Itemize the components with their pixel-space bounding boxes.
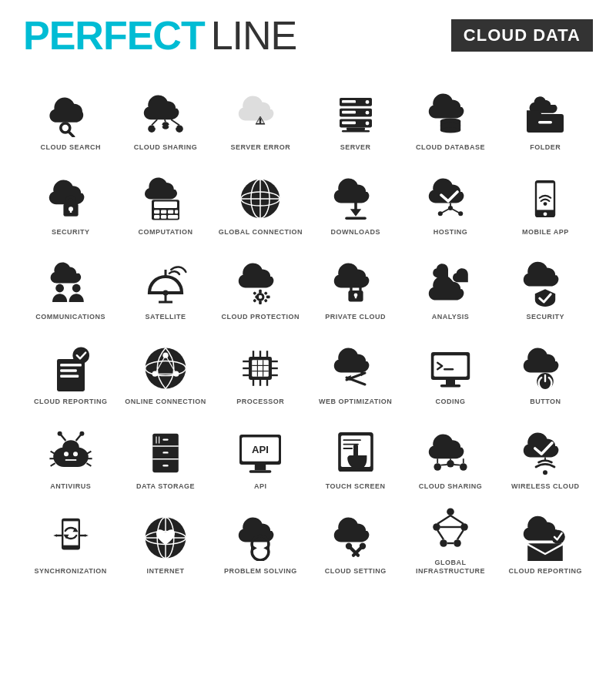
svg-point-166 bbox=[69, 551, 72, 555]
svg-rect-83 bbox=[60, 370, 77, 373]
svg-rect-20 bbox=[342, 100, 356, 103]
satellite-icon bbox=[142, 260, 189, 307]
svg-rect-35 bbox=[154, 202, 177, 208]
internet-label: INTERNET bbox=[146, 567, 184, 576]
problem-solving-icon bbox=[237, 515, 283, 561]
cloud-sharing-icon bbox=[142, 91, 189, 137]
svg-point-186 bbox=[460, 523, 468, 531]
touch-screen-label: TOUCH SCREEN bbox=[326, 482, 386, 492]
internet-icon bbox=[142, 515, 189, 561]
icon-cell-cloud-database: CLOUD DATABASE bbox=[403, 74, 497, 159]
icon-cell-data-storage: DATA STORAGE bbox=[118, 413, 213, 498]
svg-line-158 bbox=[454, 465, 460, 465]
svg-rect-119 bbox=[446, 380, 455, 384]
svg-point-85 bbox=[72, 348, 89, 364]
svg-point-2 bbox=[148, 126, 156, 133]
svg-rect-40 bbox=[154, 215, 159, 219]
cloud-setting-label: CLOUD SETTING bbox=[325, 567, 387, 576]
icon-cell-cloud-sharing2: CLOUD SHARING bbox=[403, 413, 497, 498]
svg-point-182 bbox=[345, 543, 351, 549]
icon-cell-cloud-search: CLOUD SEARCH bbox=[23, 74, 118, 159]
icon-cell-hosting: HOSTING bbox=[403, 159, 497, 243]
header-perfect: PERFECT bbox=[23, 15, 205, 55]
svg-rect-148 bbox=[249, 471, 272, 474]
processor-icon bbox=[237, 345, 283, 391]
svg-rect-12 bbox=[259, 119, 261, 122]
icon-cell-coding: CODING bbox=[403, 328, 497, 413]
antivirus-label: ANTIVIRUS bbox=[50, 482, 91, 492]
svg-line-129 bbox=[50, 464, 55, 467]
svg-rect-165 bbox=[63, 522, 78, 546]
icon-cell-computation: COMPUTATION bbox=[118, 159, 213, 243]
cloud-sharing2-icon bbox=[427, 430, 474, 476]
global-connection-label: GLOBAL CONNECTION bbox=[219, 228, 303, 237]
cloud-search-icon bbox=[48, 91, 94, 137]
svg-rect-41 bbox=[161, 215, 166, 219]
page: PERFECT LINE CLOUD DATA CLOUD SEARCH bbox=[0, 0, 616, 590]
svg-rect-38 bbox=[168, 210, 173, 214]
analysis-label: ANALYSIS bbox=[432, 313, 470, 322]
icon-cell-server: SERVER bbox=[308, 74, 403, 159]
hosting-icon bbox=[427, 176, 474, 222]
svg-point-188 bbox=[454, 539, 461, 547]
hosting-label: HOSTING bbox=[434, 228, 468, 237]
svg-point-59 bbox=[544, 213, 547, 217]
svg-point-183 bbox=[359, 543, 365, 549]
cloud-reporting-label: CLOUD REPORTING bbox=[34, 398, 108, 407]
svg-point-29 bbox=[440, 128, 460, 133]
wireless-cloud-icon bbox=[522, 430, 568, 476]
computation-icon bbox=[142, 176, 189, 222]
cloud-reporting-icon bbox=[48, 345, 94, 391]
svg-point-184 bbox=[447, 508, 454, 515]
svg-rect-30 bbox=[538, 121, 552, 124]
icon-cell-global-connection: GLOBAL CONNECTION bbox=[213, 159, 308, 243]
online-connection-icon bbox=[142, 345, 189, 391]
icon-cell-online-connection: ONLINE CONNECTION bbox=[118, 328, 213, 413]
global-infrastructure-label: GLOBAL INFRASTRUCTURE bbox=[407, 559, 493, 576]
svg-rect-82 bbox=[60, 364, 82, 367]
global-connection-icon bbox=[237, 176, 283, 222]
icon-cell-processor: PROCESSOR bbox=[213, 328, 308, 413]
svg-point-162 bbox=[543, 471, 547, 475]
svg-line-189 bbox=[437, 515, 450, 524]
svg-point-19 bbox=[365, 122, 369, 126]
cloud-protection-icon bbox=[237, 260, 283, 307]
header-title: PERFECT LINE bbox=[23, 15, 296, 55]
icon-cell-global-infrastructure: GLOBAL INFRASTRUCTURE bbox=[403, 498, 497, 583]
svg-rect-22 bbox=[342, 122, 356, 125]
svg-rect-71 bbox=[266, 296, 270, 299]
svg-marker-172 bbox=[85, 535, 89, 538]
icon-cell-security: SECURITY bbox=[23, 159, 118, 243]
svg-point-156 bbox=[460, 464, 467, 472]
web-optimization-icon bbox=[333, 345, 379, 391]
server-error-icon bbox=[237, 91, 283, 137]
cloud-database-icon bbox=[427, 91, 474, 137]
svg-rect-73 bbox=[264, 291, 268, 295]
api-icon: API bbox=[237, 430, 283, 476]
icon-cell-wireless-cloud: WIRELESS CLOUD bbox=[498, 413, 593, 498]
svg-point-187 bbox=[440, 539, 447, 547]
wireless-cloud-label: WIRELESS CLOUD bbox=[511, 482, 580, 492]
icon-cell-communications: COMMUNICATIONS bbox=[23, 243, 118, 328]
icon-cell-cloud-reporting2: CLOUD REPORTING bbox=[498, 498, 593, 583]
svg-rect-70 bbox=[259, 301, 263, 305]
svg-rect-39 bbox=[175, 210, 178, 214]
svg-marker-49 bbox=[350, 210, 360, 217]
svg-marker-179 bbox=[264, 545, 270, 551]
data-storage-icon bbox=[142, 430, 189, 476]
icon-cell-analysis: ANALYSIS bbox=[403, 243, 497, 328]
svg-line-9 bbox=[171, 120, 179, 126]
antivirus-icon bbox=[48, 430, 94, 476]
svg-point-54 bbox=[448, 206, 453, 210]
global-infrastructure-icon bbox=[427, 506, 474, 552]
security-lock-icon bbox=[48, 176, 94, 222]
touch-screen-icon bbox=[333, 430, 379, 476]
icon-cell-cloud-protection: CLOUD PROTECTION bbox=[213, 243, 308, 328]
downloads-label: DOWNLOADS bbox=[330, 228, 380, 237]
folder-label: FOLDER bbox=[530, 143, 561, 153]
svg-line-157 bbox=[440, 465, 447, 465]
svg-rect-117 bbox=[434, 356, 467, 378]
header-badge: CLOUD DATA bbox=[451, 19, 593, 52]
svg-point-62 bbox=[72, 284, 80, 293]
web-optimization-label: WEB OPTIMIZATION bbox=[319, 398, 392, 407]
